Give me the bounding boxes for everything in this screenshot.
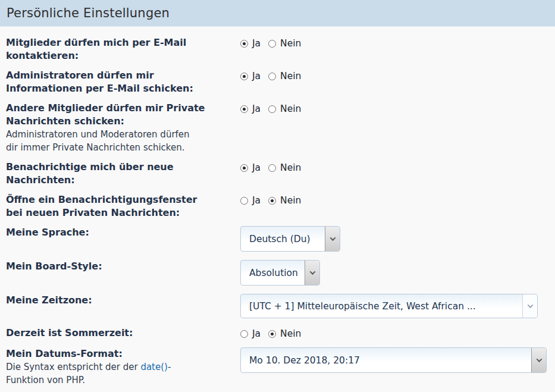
radio-group-private-messages: Ja Nein bbox=[240, 102, 549, 115]
setting-label: Administratoren dürfen mir Informationen… bbox=[6, 69, 240, 95]
radio-ja[interactable] bbox=[240, 197, 248, 205]
panel-header: Persönliche Einstellungen bbox=[0, 0, 555, 27]
setting-label: Mein Board-Style: bbox=[6, 260, 240, 273]
radio-ja[interactable] bbox=[240, 164, 248, 172]
radio-ja-label[interactable]: Ja bbox=[252, 327, 261, 340]
radio-ja-label[interactable]: Ja bbox=[252, 37, 261, 50]
setting-row-dst: Derzeit ist Sommerzeit: Ja Nein bbox=[6, 327, 549, 340]
board-style-select[interactable]: Absolution bbox=[240, 260, 320, 286]
radio-ja-label[interactable]: Ja bbox=[252, 194, 261, 207]
radio-group-email-contact: Ja Nein bbox=[240, 37, 549, 50]
setting-row-email-contact: Mitglieder dürfen mich per E-Mail kontak… bbox=[6, 36, 549, 62]
radio-group-popup-window: Ja Nein bbox=[240, 194, 549, 207]
timezone-select[interactable]: [UTC + 1] Mitteleuropäische Zeit, West A… bbox=[240, 294, 538, 318]
setting-label: Mitglieder dürfen mich per E-Mail kontak… bbox=[6, 36, 240, 62]
setting-row-popup-window: Öffne ein Benachrichtigungsfenster bei n… bbox=[6, 193, 549, 219]
chevron-down-icon[interactable] bbox=[305, 261, 319, 285]
setting-row-board-style: Mein Board-Style: Absolution bbox=[6, 260, 549, 286]
radio-nein-label[interactable]: Nein bbox=[280, 70, 301, 83]
select-value: Deutsch (Du) bbox=[241, 227, 325, 251]
radio-ja[interactable] bbox=[240, 105, 248, 113]
radio-ja[interactable] bbox=[240, 40, 248, 48]
radio-nein-label[interactable]: Nein bbox=[280, 37, 301, 50]
radio-nein[interactable] bbox=[268, 40, 276, 48]
php-date-link[interactable]: date() bbox=[140, 362, 168, 372]
radio-nein[interactable] bbox=[268, 164, 276, 172]
chevron-down-icon[interactable] bbox=[522, 294, 537, 318]
setting-row-date-format: Mein Datums-Format: Die Syntax entsprich… bbox=[6, 347, 549, 387]
setting-label: Benachrichtige mich über neue Nachrichte… bbox=[6, 161, 240, 187]
setting-label: Meine Zeitzone: bbox=[6, 294, 240, 307]
radio-nein-label[interactable]: Nein bbox=[280, 102, 301, 115]
setting-row-private-messages: Andere Mitglieder dürfen mir Private Nac… bbox=[6, 102, 549, 154]
desc-text: Die Syntax entspricht der der bbox=[6, 362, 140, 372]
radio-group-admin-email: Ja Nein bbox=[240, 70, 549, 83]
date-format-select[interactable]: Mo 10. Dez 2018, 20:17 bbox=[240, 347, 547, 373]
select-value: Mo 10. Dez 2018, 20:17 bbox=[241, 348, 531, 372]
settings-form: Mitglieder dürfen mich per E-Mail kontak… bbox=[0, 27, 555, 387]
radio-nein[interactable] bbox=[268, 330, 276, 338]
select-value: Absolution bbox=[241, 261, 305, 285]
setting-label: Mein Datums-Format: bbox=[6, 347, 240, 360]
setting-row-admin-email: Administratoren dürfen mir Informationen… bbox=[6, 69, 549, 95]
radio-group-dst: Ja Nein bbox=[240, 327, 549, 340]
radio-ja[interactable] bbox=[240, 330, 248, 338]
setting-description: Administratoren und Moderatoren dürfen d… bbox=[6, 128, 240, 154]
setting-label: Derzeit ist Sommerzeit: bbox=[6, 327, 240, 340]
setting-row-timezone: Meine Zeitzone: [UTC + 1] Mitteleuropäis… bbox=[6, 294, 549, 318]
chevron-down-icon[interactable] bbox=[325, 227, 340, 251]
setting-description: Die Syntax entspricht der der date()- Fu… bbox=[6, 360, 240, 387]
radio-ja-label[interactable]: Ja bbox=[252, 70, 261, 83]
radio-ja-label[interactable]: Ja bbox=[252, 102, 261, 115]
setting-label: Andere Mitglieder dürfen mir Private Nac… bbox=[6, 102, 240, 128]
radio-ja-label[interactable]: Ja bbox=[252, 161, 261, 174]
select-value: [UTC + 1] Mitteleuropäische Zeit, West A… bbox=[241, 294, 522, 318]
setting-row-language: Meine Sprache: Deutsch (Du) bbox=[6, 226, 549, 252]
setting-row-notify-new-messages: Benachrichtige mich über neue Nachrichte… bbox=[6, 161, 549, 187]
chevron-down-icon[interactable] bbox=[531, 348, 546, 372]
language-select[interactable]: Deutsch (Du) bbox=[240, 226, 340, 252]
radio-nein-label[interactable]: Nein bbox=[280, 194, 301, 207]
radio-nein[interactable] bbox=[268, 73, 276, 80]
radio-nein-label[interactable]: Nein bbox=[280, 327, 301, 340]
setting-label: Öffne ein Benachrichtigungsfenster bei n… bbox=[6, 193, 240, 219]
radio-ja[interactable] bbox=[240, 73, 248, 80]
setting-label: Meine Sprache: bbox=[6, 226, 240, 239]
radio-nein[interactable] bbox=[268, 197, 276, 205]
radio-group-notify-new-messages: Ja Nein bbox=[240, 161, 549, 174]
page-title: Persönliche Einstellungen bbox=[7, 6, 170, 20]
radio-nein[interactable] bbox=[268, 105, 276, 113]
radio-nein-label[interactable]: Nein bbox=[280, 161, 301, 174]
